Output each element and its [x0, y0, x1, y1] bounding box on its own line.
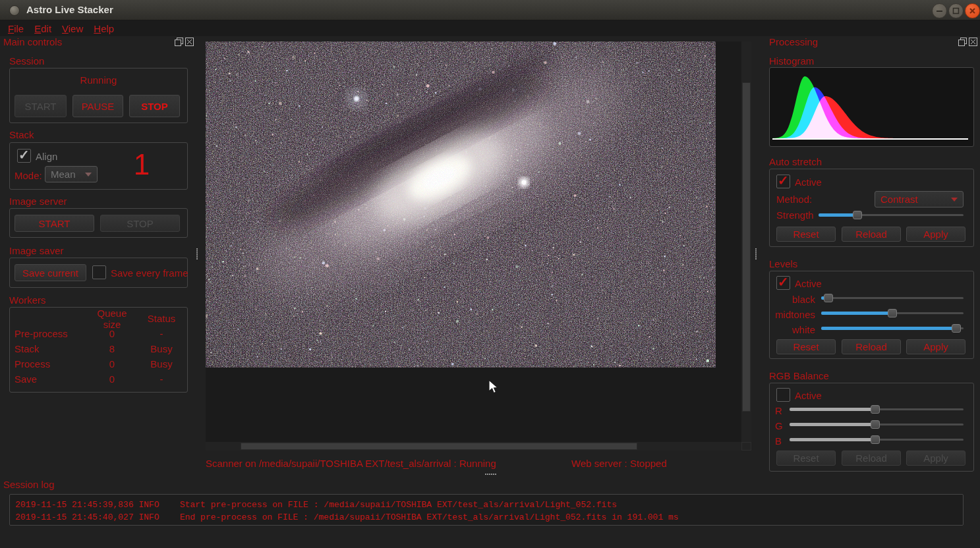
galaxy-image — [206, 41, 716, 368]
col-queue-size: Queue size — [88, 308, 136, 330]
slider-handle[interactable] — [853, 211, 862, 219]
vertical-scrollbar-thumb[interactable] — [742, 82, 751, 412]
session-status: Running — [9, 74, 188, 86]
save-every-frame-checkbox[interactable] — [92, 265, 106, 279]
processing-dock-buttons — [958, 38, 977, 46]
black-slider[interactable] — [821, 294, 964, 302]
processing-title: Processing — [769, 36, 818, 47]
app-icon — [9, 5, 20, 16]
app-window: Astro Live Stacker File Edit View Help M… — [0, 0, 980, 548]
histogram-chart — [770, 68, 973, 146]
auto-stretch-active-checkbox[interactable] — [776, 175, 790, 188]
session-group-label: Session — [9, 55, 44, 67]
b-slider-label: B — [775, 435, 782, 447]
levels-active-checkbox[interactable] — [776, 276, 790, 290]
g-slider[interactable] — [790, 420, 964, 429]
r-slider-label: R — [775, 405, 782, 416]
col-status: Status — [136, 313, 187, 324]
rgb-active-checkbox[interactable] — [776, 388, 790, 402]
stack-mode-value: Mean — [51, 169, 76, 180]
stack-mode-select[interactable]: Mean — [45, 166, 98, 182]
save-every-frame-label: Save every frame — [111, 267, 188, 279]
levels-reload-button[interactable]: Reload — [842, 339, 901, 354]
dock-close-icon[interactable] — [969, 38, 977, 46]
slider-handle[interactable] — [952, 324, 961, 333]
maximize-icon — [949, 4, 963, 18]
align-label: Align — [36, 151, 57, 162]
scanner-status: Scanner on /media/supaii/TOSHIBA EXT/tes… — [206, 458, 496, 469]
close-button[interactable] — [965, 3, 980, 18]
menu-file[interactable]: File — [8, 23, 24, 34]
session-start-button[interactable]: START — [14, 95, 67, 117]
log-line: 2019-11-15 21:45:39,836 INFO Start pre-p… — [15, 499, 963, 511]
auto-stretch-active-label: Active — [795, 177, 822, 188]
table-row: Process 0 Busy — [9, 356, 188, 371]
window-title: Astro Live Stacker — [26, 0, 113, 20]
rgb-reload-button[interactable]: Reload — [842, 451, 901, 466]
bottom-splitter-handle[interactable] — [485, 474, 486, 475]
histogram-panel — [769, 67, 974, 147]
menu-help[interactable]: Help — [94, 23, 114, 34]
rgb-balance-label: RGB Balance — [769, 370, 829, 381]
slider-handle[interactable] — [824, 294, 833, 302]
horizontal-scrollbar-thumb[interactable] — [241, 443, 637, 450]
b-slider[interactable] — [790, 435, 964, 444]
table-row: Stack 8 Busy — [9, 341, 188, 356]
save-current-button[interactable]: Save current — [14, 264, 86, 281]
session-log-box[interactable]: 2019-11-15 21:45:39,836 INFO Start pre-p… — [9, 494, 964, 526]
slider-handle[interactable] — [871, 420, 880, 429]
auto-stretch-reset-button[interactable]: Reset — [776, 227, 836, 242]
stack-group-label: Stack — [9, 129, 34, 140]
slider-handle[interactable] — [871, 405, 880, 414]
strength-slider[interactable] — [819, 211, 964, 219]
session-stop-button[interactable]: STOP — [129, 95, 180, 117]
black-slider-label: black — [771, 294, 815, 305]
slider-handle[interactable] — [871, 435, 880, 444]
menu-view[interactable]: View — [62, 23, 83, 34]
main-controls-title: Main controls — [3, 36, 62, 47]
dock-close-icon[interactable] — [185, 38, 194, 46]
workers-header-row: Queue size Status — [9, 311, 188, 326]
white-slider[interactable] — [821, 324, 964, 333]
image-server-stop-button[interactable]: STOP — [100, 215, 180, 232]
session-pause-button[interactable]: PAUSE — [72, 95, 123, 117]
minimize-icon — [933, 4, 946, 18]
r-slider[interactable] — [790, 405, 964, 414]
image-viewport — [206, 41, 751, 451]
method-select[interactable]: Contrast — [875, 191, 964, 207]
rgb-reset-button[interactable]: Reset — [776, 451, 836, 466]
auto-stretch-label: Auto stretch — [769, 156, 822, 167]
float-icon[interactable] — [958, 38, 967, 46]
session-log-label: Session log — [3, 479, 55, 490]
levels-reset-button[interactable]: Reset — [776, 339, 836, 354]
auto-stretch-apply-button[interactable]: Apply — [906, 227, 966, 242]
close-icon — [966, 4, 979, 18]
align-checkbox[interactable] — [17, 149, 31, 163]
web-server-status: Web server : Stopped — [571, 458, 667, 469]
auto-stretch-reload-button[interactable]: Reload — [842, 227, 901, 242]
title-bar: Astro Live Stacker — [0, 0, 980, 20]
workers-table: Queue size Status Pre-process 0 - Stack … — [9, 311, 188, 387]
slider-handle[interactable] — [888, 309, 897, 317]
table-row: Pre-process 0 - — [9, 326, 188, 341]
levels-apply-button[interactable]: Apply — [906, 339, 966, 354]
menu-edit[interactable]: Edit — [34, 23, 51, 34]
minimize-button[interactable] — [932, 3, 947, 18]
float-icon[interactable] — [175, 38, 183, 46]
rgb-apply-button[interactable]: Apply — [906, 451, 966, 466]
left-splitter-handle[interactable] — [196, 248, 198, 250]
image-saver-group-label: Image saver — [9, 245, 64, 256]
main-controls-dock-buttons — [175, 38, 194, 46]
levels-label: Levels — [769, 258, 797, 269]
chevron-down-icon — [951, 198, 958, 202]
midtones-slider[interactable] — [821, 309, 964, 317]
log-line: 2019-11-15 21:45:40,027 INFO End pre-pro… — [15, 511, 963, 524]
right-splitter-handle[interactable] — [755, 248, 757, 250]
midtones-slider-label: midtones — [771, 309, 815, 320]
g-slider-label: G — [775, 420, 783, 431]
method-label: Method: — [776, 194, 812, 205]
image-server-start-button[interactable]: START — [14, 215, 94, 232]
mode-label: Mode: — [14, 170, 42, 181]
maximize-button[interactable] — [948, 3, 964, 18]
scrollbar-corner — [741, 442, 751, 451]
